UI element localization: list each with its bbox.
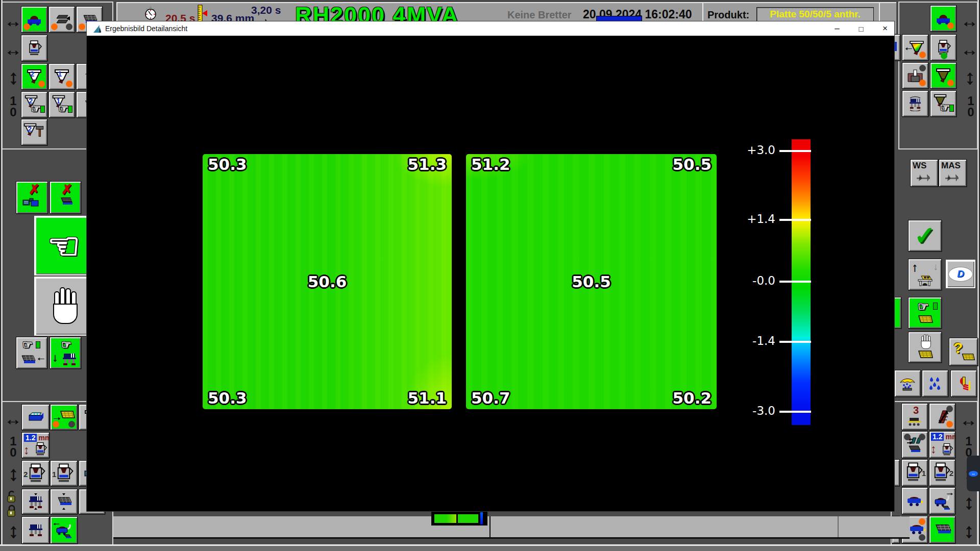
funnel-number: 2 — [28, 124, 32, 133]
funnel-1-manual-button[interactable]: 1 ☞ — [48, 91, 75, 118]
one-zero-label: 1 0 — [962, 436, 976, 458]
vacuum-outfeed-button[interactable]: → — [929, 487, 955, 514]
board-swap-button[interactable] — [901, 431, 928, 458]
bottom-status-panel — [113, 516, 910, 537]
v-arrow-icon: ↕ — [962, 67, 978, 87]
board-stack-button[interactable] — [48, 6, 75, 33]
arrow-down-icon: ↓ — [52, 352, 58, 363]
screen-mesh-button[interactable] — [929, 403, 955, 430]
funnel-manual-right-button[interactable]: ☞ — [930, 90, 957, 117]
bottom-divider — [489, 516, 491, 537]
conveyor-3-button[interactable]: 3 — [901, 403, 928, 430]
arrow-right-icon: → — [945, 488, 954, 497]
scale-tick-label: +1.4 — [729, 212, 775, 226]
manual-infeed-button[interactable]: ☞ ↓ — [50, 337, 81, 369]
hmi-screen: 20.5 s 39.6 mm 3,20 s RH2000 4MVA Keine … — [0, 0, 980, 551]
board-icon — [959, 352, 976, 363]
beacon-icon — [954, 374, 973, 393]
tray-icon — [26, 410, 46, 424]
press-updown-button[interactable] — [21, 489, 50, 514]
vacuum-return-button[interactable]: ← — [50, 516, 78, 544]
scatter-off-button[interactable]: ✗ — [50, 181, 81, 214]
signal-lamp-button[interactable] — [950, 370, 977, 397]
funnel-1-button[interactable]: 1 — [48, 63, 75, 90]
press-table-button[interactable] — [21, 516, 50, 544]
d-ellipse: D — [948, 267, 973, 282]
moisture-button[interactable] — [922, 370, 948, 397]
cross-icon: ✗ — [29, 182, 40, 197]
product-field[interactable]: Platte 50/50/5 anthr. — [756, 7, 874, 21]
status-dot — [38, 81, 45, 87]
result-thumbnail-box[interactable] — [431, 511, 487, 525]
status-dot — [947, 22, 954, 29]
status-dot — [919, 434, 925, 440]
board-updown-button[interactable] — [50, 489, 78, 514]
result-thumbnail-left[interactable] — [434, 514, 456, 523]
camera-off-button[interactable]: ✗ — [16, 181, 48, 214]
spray-button[interactable] — [894, 370, 921, 397]
auto-mode-button[interactable]: ☜ — [34, 216, 93, 276]
indicator-nub — [933, 303, 938, 310]
stopwatch-icon — [144, 5, 158, 21]
dosing-station-button[interactable] — [21, 35, 47, 61]
dialog-body: 50.3 51.3 50.6 50.3 51.1 51.2 50.5 50.5 … — [87, 36, 894, 511]
press-updown-icon — [26, 492, 45, 511]
scale-tick — [779, 281, 811, 283]
waffle-icon — [932, 522, 953, 537]
mas-button[interactable]: MAS — [939, 159, 967, 187]
station-1-button[interactable]: 1 — [50, 460, 78, 486]
maximize-button[interactable]: □ — [853, 22, 869, 35]
remote-access-tab[interactable]: ↔ — [967, 456, 980, 491]
confirm-button[interactable]: ✓ — [908, 220, 942, 252]
press-vibrate-button[interactable] — [902, 90, 928, 117]
one-zero-label: 1 0 — [964, 95, 978, 118]
height-adjust-button[interactable]: 1.2 mm ↕ — [21, 432, 50, 458]
funnel-2-button[interactable]: 2 — [21, 63, 47, 90]
dialog-titlebar[interactable]: Ergebnisbild Detailansicht – □ × — [87, 21, 894, 36]
manual-return-button[interactable]: ☞ ← — [16, 337, 47, 369]
status-dot — [79, 23, 85, 30]
wagon-button[interactable] — [901, 487, 928, 514]
board-infeed-button[interactable]: → — [50, 404, 78, 430]
board-manual-button[interactable]: ☞ — [908, 297, 942, 329]
result-thumbnail-right[interactable] — [458, 514, 478, 523]
remote-access-icon: ↔ — [969, 471, 978, 477]
stop-mode-button[interactable] — [34, 277, 93, 336]
station-right-2-button[interactable]: 2 — [929, 459, 955, 486]
waffle-updown-icon — [54, 492, 74, 511]
station-number: 2 — [23, 470, 28, 479]
scale-tick — [779, 411, 811, 413]
dosing-machine-icon — [26, 463, 47, 484]
board-stop-button[interactable] — [908, 332, 942, 363]
board-lift-button[interactable]: ↑ ↓ — [908, 259, 942, 290]
funnel-olive-button[interactable] — [930, 62, 957, 89]
station-right-1-button[interactable]: 1 — [901, 459, 928, 486]
scale-tick-label: -0.0 — [729, 274, 775, 287]
mat-board-button[interactable] — [929, 516, 955, 543]
result-image-button[interactable]: ← — [902, 34, 928, 61]
diagnosis-button[interactable]: D — [946, 260, 975, 288]
spray-icon — [897, 375, 918, 392]
minimize-button[interactable]: – — [829, 22, 845, 35]
station-2-button[interactable]: 2 — [21, 460, 50, 486]
indicator-nub — [40, 106, 45, 113]
height-adjust-right-button[interactable]: 1.2 mm ↕ — [929, 431, 955, 458]
transport-car-button[interactable] — [21, 6, 47, 33]
mas-label: MAS — [941, 161, 961, 171]
help-button[interactable]: ? — [949, 338, 978, 366]
ruler-icon — [197, 4, 209, 22]
ws-button[interactable]: WS — [910, 159, 938, 187]
interval-value: 3,20 s — [251, 4, 281, 16]
transport-car-right-button[interactable] — [930, 5, 957, 32]
scale-tick — [779, 219, 811, 221]
mm-unit: mm — [945, 433, 955, 441]
funnel-2-manual-button[interactable]: 2 ☞ — [21, 91, 47, 118]
close-button[interactable]: × — [877, 22, 893, 35]
tool-icon — [915, 172, 932, 184]
funnel-number: 2 — [30, 69, 34, 78]
dosing-station-right-button[interactable] — [930, 34, 957, 61]
tray-button[interactable] — [21, 404, 50, 430]
h-arrow-icon: ↔ — [4, 12, 20, 30]
mold-press-button[interactable] — [902, 62, 928, 89]
funnel-2-service-button[interactable]: 2 — [21, 119, 47, 145]
